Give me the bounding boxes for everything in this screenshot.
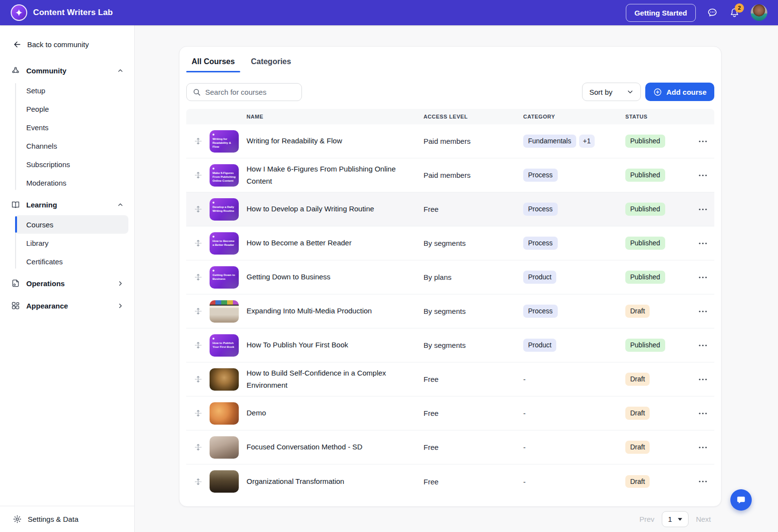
table-row[interactable]: Getting Down to BusinessGetting Down to … [186, 260, 714, 294]
add-course-label: Add course [666, 88, 707, 96]
add-course-button[interactable]: Add course [645, 83, 714, 101]
user-avatar[interactable] [751, 4, 767, 21]
table-row[interactable]: How to Become a Better ReaderHow to Beco… [186, 226, 714, 260]
thumbnail-cell: Getting Down to Business [210, 266, 247, 289]
access-level: Paid members [424, 171, 523, 179]
table-row[interactable]: How to Publish Your First BookHow To Pub… [186, 328, 714, 362]
drag-handle[interactable] [194, 341, 203, 350]
status-badge: Draft [625, 407, 650, 420]
sidebar-section-community[interactable]: Community [6, 61, 128, 80]
category-badge: Product [523, 271, 556, 284]
access-level: Free [424, 478, 523, 486]
course-name: Focused Conversation Method - SD [247, 441, 424, 453]
drag-handle[interactable] [194, 171, 203, 180]
messages-button[interactable] [707, 7, 718, 18]
row-menu-button[interactable] [697, 376, 709, 383]
sidebar-item-people[interactable]: People [15, 100, 128, 118]
thumbnail-star-icon [212, 168, 214, 170]
sort-by-dropdown[interactable]: Sort by [582, 83, 641, 101]
row-menu-button[interactable] [697, 137, 709, 145]
drag-handle[interactable] [194, 375, 203, 384]
sidebar-item-library[interactable]: Library [15, 234, 128, 252]
sidebar-section-appearance[interactable]: Appearance [6, 296, 128, 315]
row-menu-button[interactable] [697, 342, 709, 349]
thumbnail-label: Make 6-Figures From Publishing Online Co… [212, 171, 236, 183]
course-thumbnail [210, 368, 239, 391]
thumbnail-star-icon [212, 270, 214, 272]
table-row[interactable]: Organizational TransformationFree-Draft [186, 464, 714, 498]
sidebar-item-moderations[interactable]: Moderations [15, 173, 128, 192]
drag-handle[interactable] [194, 239, 203, 248]
thumbnail-cell: Make 6-Figures From Publishing Online Co… [210, 164, 247, 187]
category-extra-badge: +1 [579, 135, 595, 148]
category-cell: Fundamentals+1 [523, 135, 625, 148]
course-thumbnail [210, 470, 239, 493]
thumbnail-cell [210, 470, 247, 493]
notifications-button[interactable]: 2 [729, 7, 740, 18]
category-cell: - [523, 443, 625, 451]
sidebar-section-learning[interactable]: Learning [6, 195, 128, 214]
tab-categories[interactable]: Categories [251, 57, 291, 72]
row-menu-button[interactable] [697, 410, 709, 417]
status-badge: Published [625, 203, 665, 216]
row-menu-button[interactable] [697, 240, 709, 247]
next-page-button[interactable]: Next [696, 515, 711, 523]
row-menu-button[interactable] [697, 172, 709, 179]
table-row[interactable]: Expanding Into Multi-Media ProductionBy … [186, 294, 714, 328]
row-menu-button[interactable] [697, 274, 709, 281]
table-row[interactable]: Make 6-Figures From Publishing Online Co… [186, 158, 714, 192]
sidebar-item-courses[interactable]: Courses [15, 215, 128, 234]
drag-handle[interactable] [194, 273, 203, 282]
support-chat-button[interactable] [730, 489, 752, 511]
drag-handle[interactable] [194, 409, 203, 418]
thumbnail-cell: How to Become a Better Reader [210, 232, 247, 255]
back-link-label: Back to community [27, 40, 89, 49]
status-cell: Published [625, 135, 691, 148]
access-level: Free [424, 409, 523, 417]
drag-handle[interactable] [194, 205, 203, 214]
courses-table: NAME ACCESS LEVEL CATEGORY STATUS Writin… [186, 109, 714, 498]
sidebar-item-channels[interactable]: Channels [15, 137, 128, 155]
community-logo-icon [11, 4, 27, 21]
table-row[interactable]: Develop a Daily Writing RoutineHow to De… [186, 192, 714, 226]
sidebar-item-certificates[interactable]: Certificates [15, 252, 128, 271]
drag-handle[interactable] [194, 307, 203, 316]
page-select[interactable]: 1 [662, 511, 689, 527]
search-input[interactable] [205, 88, 296, 96]
category-cell: Process [523, 169, 625, 182]
chevron-right-icon [117, 280, 124, 287]
drag-handle[interactable] [194, 477, 203, 486]
sidebar-section-operations[interactable]: Operations [6, 274, 128, 293]
category-cell: Process [523, 305, 625, 318]
sidebar-item-subscriptions[interactable]: Subscriptions [15, 155, 128, 173]
column-header-name: NAME [247, 114, 424, 120]
drag-handle[interactable] [194, 443, 203, 452]
course-thumbnail [210, 436, 239, 459]
current-page-number: 1 [668, 515, 672, 523]
tab-all-courses[interactable]: All Courses [192, 57, 235, 72]
search-icon [193, 88, 201, 96]
category-badge: Process [523, 169, 558, 182]
row-menu-button[interactable] [697, 444, 709, 451]
status-cell: Published [625, 237, 691, 250]
table-row[interactable]: Focused Conversation Method - SDFree-Dra… [186, 430, 714, 464]
back-to-community-link[interactable]: Back to community [0, 25, 134, 54]
category-empty: - [523, 478, 526, 486]
table-row[interactable]: DemoFree-Draft [186, 396, 714, 430]
row-menu-button[interactable] [697, 206, 709, 213]
row-menu-button[interactable] [697, 308, 709, 315]
sidebar-item-settings-data[interactable]: Settings & Data [0, 506, 134, 532]
course-name: How To Publish Your First Book [247, 339, 424, 351]
status-cell: Published [625, 203, 691, 216]
drag-handle[interactable] [194, 137, 203, 146]
topbar: Content Writers Lab Getting Started 2 [0, 0, 778, 25]
table-row[interactable]: How to Build Self-Confidence in a Comple… [186, 362, 714, 396]
sidebar-item-events[interactable]: Events [15, 118, 128, 137]
table-row[interactable]: Writing for Readability & FlowWriting fo… [186, 124, 714, 158]
access-level: By segments [424, 307, 523, 315]
sidebar-item-setup[interactable]: Setup [15, 81, 128, 100]
caret-down-icon [678, 518, 682, 521]
row-menu-button[interactable] [697, 478, 709, 485]
getting-started-button[interactable]: Getting Started [626, 4, 696, 22]
prev-page-button[interactable]: Prev [639, 515, 654, 523]
